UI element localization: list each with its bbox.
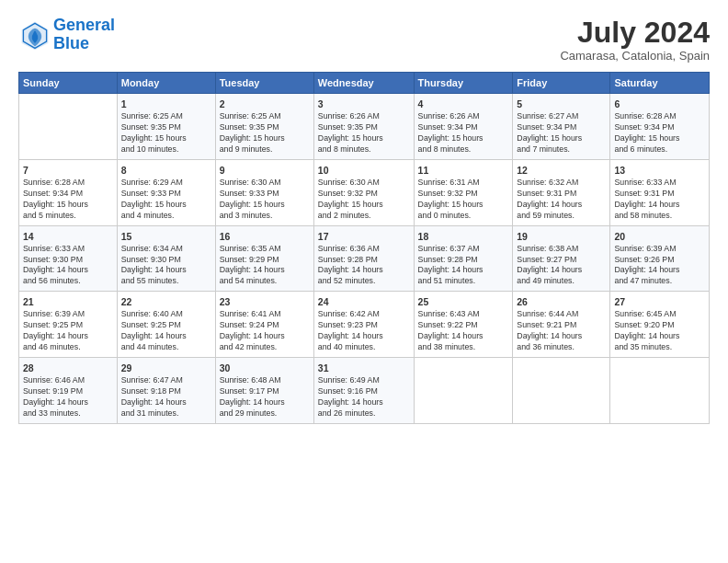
calendar-cell — [19, 94, 118, 160]
cell-content: Sunrise: 6:30 AM Sunset: 9:33 PM Dayligh… — [220, 178, 310, 222]
calendar-cell: 27Sunrise: 6:45 AM Sunset: 9:20 PM Dayli… — [610, 292, 710, 358]
weekday-header-sunday: Sunday — [19, 73, 118, 94]
cell-content: Sunrise: 6:47 AM Sunset: 9:18 PM Dayligh… — [121, 375, 211, 419]
day-number: 16 — [220, 230, 310, 243]
logo-line2: Blue — [53, 34, 89, 52]
day-number: 4 — [418, 98, 509, 110]
calendar-cell: 1Sunrise: 6:25 AM Sunset: 9:35 PM Daylig… — [117, 94, 215, 160]
calendar-cell: 16Sunrise: 6:35 AM Sunset: 9:29 PM Dayli… — [215, 225, 313, 292]
calendar-week-1: 1Sunrise: 6:25 AM Sunset: 9:35 PM Daylig… — [19, 94, 710, 160]
cell-content: Sunrise: 6:33 AM Sunset: 9:31 PM Dayligh… — [614, 178, 705, 222]
calendar-cell: 4Sunrise: 6:26 AM Sunset: 9:34 PM Daylig… — [414, 94, 513, 160]
cell-content: Sunrise: 6:49 AM Sunset: 9:16 PM Dayligh… — [318, 375, 410, 419]
calendar-cell: 25Sunrise: 6:43 AM Sunset: 9:22 PM Dayli… — [414, 292, 513, 358]
day-number: 8 — [121, 164, 211, 177]
weekday-header-tuesday: Tuesday — [215, 73, 313, 94]
cell-content: Sunrise: 6:26 AM Sunset: 9:35 PM Dayligh… — [318, 111, 410, 155]
day-number: 11 — [418, 164, 509, 177]
cell-content: Sunrise: 6:46 AM Sunset: 9:19 PM Dayligh… — [23, 375, 113, 419]
day-number: 25 — [418, 295, 509, 308]
day-number: 20 — [614, 230, 705, 243]
calendar-cell: 13Sunrise: 6:33 AM Sunset: 9:31 PM Dayli… — [610, 159, 710, 225]
calendar-cell — [414, 357, 513, 423]
calendar-cell: 9Sunrise: 6:30 AM Sunset: 9:33 PM Daylig… — [215, 159, 313, 225]
day-number: 3 — [318, 98, 410, 110]
day-number: 10 — [318, 164, 410, 177]
calendar-cell: 19Sunrise: 6:38 AM Sunset: 9:27 PM Dayli… — [513, 225, 610, 292]
calendar-cell: 24Sunrise: 6:42 AM Sunset: 9:23 PM Dayli… — [313, 292, 414, 358]
calendar-cell: 10Sunrise: 6:30 AM Sunset: 9:32 PM Dayli… — [313, 159, 414, 225]
day-number: 13 — [614, 164, 705, 177]
calendar-week-2: 7Sunrise: 6:28 AM Sunset: 9:34 PM Daylig… — [19, 159, 710, 225]
cell-content: Sunrise: 6:29 AM Sunset: 9:33 PM Dayligh… — [121, 178, 211, 222]
cell-content: Sunrise: 6:48 AM Sunset: 9:17 PM Dayligh… — [220, 375, 310, 419]
calendar-cell — [610, 357, 710, 423]
day-number: 21 — [23, 295, 113, 308]
cell-content: Sunrise: 6:44 AM Sunset: 9:21 PM Dayligh… — [517, 309, 606, 353]
weekday-header-friday: Friday — [513, 73, 610, 94]
calendar-week-3: 14Sunrise: 6:33 AM Sunset: 9:30 PM Dayli… — [19, 225, 710, 292]
day-number: 22 — [121, 295, 211, 308]
logo-icon — [18, 18, 51, 52]
cell-content: Sunrise: 6:41 AM Sunset: 9:24 PM Dayligh… — [220, 309, 310, 353]
cell-content: Sunrise: 6:27 AM Sunset: 9:34 PM Dayligh… — [517, 111, 606, 155]
day-number: 12 — [517, 164, 606, 177]
weekday-header-saturday: Saturday — [610, 73, 710, 94]
cell-content: Sunrise: 6:28 AM Sunset: 9:34 PM Dayligh… — [614, 111, 705, 155]
day-number: 5 — [517, 98, 606, 110]
calendar-cell: 17Sunrise: 6:36 AM Sunset: 9:28 PM Dayli… — [313, 225, 414, 292]
day-number: 2 — [220, 98, 310, 110]
cell-content: Sunrise: 6:38 AM Sunset: 9:27 PM Dayligh… — [517, 244, 606, 288]
day-number: 23 — [220, 295, 310, 308]
calendar-cell: 20Sunrise: 6:39 AM Sunset: 9:26 PM Dayli… — [610, 225, 710, 292]
weekday-header-wednesday: Wednesday — [313, 73, 414, 94]
day-number: 9 — [220, 164, 310, 177]
calendar-cell: 2Sunrise: 6:25 AM Sunset: 9:35 PM Daylig… — [215, 94, 313, 160]
cell-content: Sunrise: 6:32 AM Sunset: 9:31 PM Dayligh… — [517, 178, 606, 222]
day-number: 24 — [318, 295, 410, 308]
day-number: 27 — [614, 295, 705, 308]
cell-content: Sunrise: 6:37 AM Sunset: 9:28 PM Dayligh… — [418, 244, 509, 288]
logo: General Blue — [18, 17, 115, 53]
day-number: 26 — [517, 295, 606, 308]
calendar-cell: 5Sunrise: 6:27 AM Sunset: 9:34 PM Daylig… — [513, 94, 610, 160]
cell-content: Sunrise: 6:30 AM Sunset: 9:32 PM Dayligh… — [318, 178, 410, 222]
day-number: 17 — [318, 230, 410, 243]
day-number: 7 — [23, 164, 113, 177]
calendar-cell: 23Sunrise: 6:41 AM Sunset: 9:24 PM Dayli… — [215, 292, 313, 358]
calendar-cell: 21Sunrise: 6:39 AM Sunset: 9:25 PM Dayli… — [19, 292, 118, 358]
cell-content: Sunrise: 6:33 AM Sunset: 9:30 PM Dayligh… — [23, 244, 113, 288]
calendar-cell: 11Sunrise: 6:31 AM Sunset: 9:32 PM Dayli… — [414, 159, 513, 225]
day-number: 28 — [23, 362, 113, 374]
weekday-header-thursday: Thursday — [414, 73, 513, 94]
cell-content: Sunrise: 6:43 AM Sunset: 9:22 PM Dayligh… — [418, 309, 509, 353]
calendar-cell: 26Sunrise: 6:44 AM Sunset: 9:21 PM Dayli… — [513, 292, 610, 358]
page: General Blue July 2024 Camarasa, Catalon… — [0, 0, 728, 563]
header: General Blue July 2024 Camarasa, Catalon… — [18, 17, 710, 63]
cell-content: Sunrise: 6:40 AM Sunset: 9:25 PM Dayligh… — [121, 309, 211, 353]
cell-content: Sunrise: 6:34 AM Sunset: 9:30 PM Dayligh… — [121, 244, 211, 288]
day-number: 6 — [614, 98, 705, 110]
cell-content: Sunrise: 6:35 AM Sunset: 9:29 PM Dayligh… — [220, 244, 310, 288]
calendar-cell: 15Sunrise: 6:34 AM Sunset: 9:30 PM Dayli… — [117, 225, 215, 292]
title-block: July 2024 Camarasa, Catalonia, Spain — [560, 17, 710, 63]
calendar-cell: 18Sunrise: 6:37 AM Sunset: 9:28 PM Dayli… — [414, 225, 513, 292]
calendar-week-4: 21Sunrise: 6:39 AM Sunset: 9:25 PM Dayli… — [19, 292, 710, 358]
calendar-cell: 8Sunrise: 6:29 AM Sunset: 9:33 PM Daylig… — [117, 159, 215, 225]
calendar-table: SundayMondayTuesdayWednesdayThursdayFrid… — [18, 72, 710, 423]
calendar-cell: 3Sunrise: 6:26 AM Sunset: 9:35 PM Daylig… — [313, 94, 414, 160]
day-number: 30 — [220, 362, 310, 374]
cell-content: Sunrise: 6:31 AM Sunset: 9:32 PM Dayligh… — [418, 178, 509, 222]
weekday-header-row: SundayMondayTuesdayWednesdayThursdayFrid… — [19, 73, 710, 94]
month-year: July 2024 — [560, 17, 710, 49]
cell-content: Sunrise: 6:39 AM Sunset: 9:26 PM Dayligh… — [614, 244, 705, 288]
calendar-cell: 30Sunrise: 6:48 AM Sunset: 9:17 PM Dayli… — [215, 357, 313, 423]
calendar-cell: 29Sunrise: 6:47 AM Sunset: 9:18 PM Dayli… — [117, 357, 215, 423]
calendar-body: 1Sunrise: 6:25 AM Sunset: 9:35 PM Daylig… — [19, 94, 710, 423]
location: Camarasa, Catalonia, Spain — [560, 49, 710, 63]
calendar-cell: 6Sunrise: 6:28 AM Sunset: 9:34 PM Daylig… — [610, 94, 710, 160]
calendar-week-5: 28Sunrise: 6:46 AM Sunset: 9:19 PM Dayli… — [19, 357, 710, 423]
cell-content: Sunrise: 6:42 AM Sunset: 9:23 PM Dayligh… — [318, 309, 410, 353]
day-number: 1 — [121, 98, 211, 110]
day-number: 15 — [121, 230, 211, 243]
